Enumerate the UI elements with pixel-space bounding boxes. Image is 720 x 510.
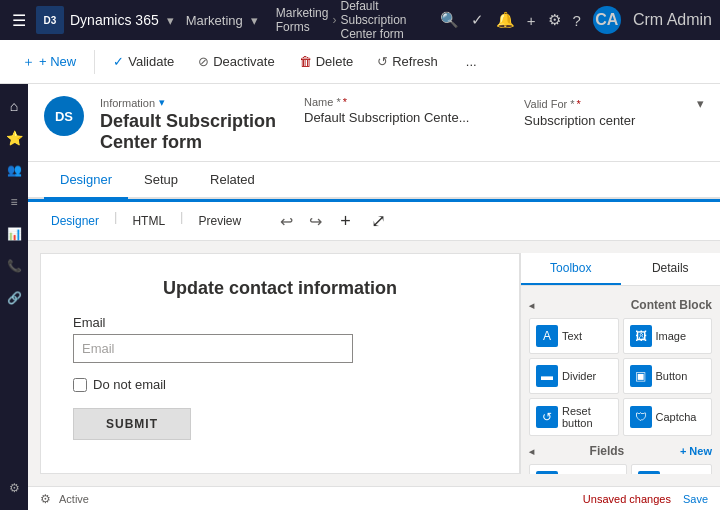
sidebar-icon-phone[interactable]: 📞 — [0, 252, 28, 280]
validfor-dropdown-arrow[interactable]: ▾ — [697, 96, 704, 111]
hamburger-icon[interactable]: ☰ — [8, 7, 30, 34]
content-block-toggle[interactable]: ◂ — [529, 300, 534, 311]
toolbox-content: ◂ Content Block A Text 🖼 Image — [521, 286, 720, 474]
record-avatar: DS — [44, 96, 84, 136]
toolbox-item-image[interactable]: 🖼 Image — [623, 318, 713, 354]
new-button[interactable]: ＋ + New — [12, 47, 86, 77]
toolbox-item-text[interactable]: A Text — [529, 318, 619, 354]
help-icon[interactable]: ? — [573, 12, 581, 29]
expand-icon: ⤢ — [371, 211, 386, 231]
sidebar-icon-home[interactable]: ⌂ — [0, 92, 28, 120]
breadcrumb-item-1[interactable]: Marketing Forms — [276, 6, 329, 34]
settings-icon[interactable]: ⚙ — [548, 11, 561, 29]
plus-icon[interactable]: + — [527, 12, 536, 29]
reset-icon: ↺ — [536, 406, 558, 428]
delete-button[interactable]: 🗑 Delete — [289, 48, 364, 75]
text-icon: A — [536, 325, 558, 347]
save-button[interactable]: Save — [683, 493, 708, 505]
fields-toggle[interactable]: ◂ — [529, 446, 534, 457]
fields-grid: ≡ Anniversary ≡ Birthday ≡ City — [529, 464, 712, 474]
top-nav-left: ☰ D3 Dynamics 365 ▾ Marketing ▾ — [8, 6, 260, 34]
submit-button[interactable]: SUBMIT — [73, 408, 191, 440]
sidebar-icon-star[interactable]: ⭐ — [0, 124, 28, 152]
redo-button[interactable]: ↪ — [305, 210, 326, 233]
toolbox-item-reset[interactable]: ↺ Reset button — [529, 398, 619, 436]
editor-tab-preview[interactable]: Preview — [187, 209, 252, 233]
sidebar-icon-chart[interactable]: 📊 — [0, 220, 28, 248]
add-element-button[interactable]: + — [334, 209, 357, 234]
delete-icon: 🗑 — [299, 54, 312, 69]
editor-tab-designer[interactable]: Designer — [40, 209, 110, 233]
main-layout: ⌂ ⭐ 👥 ≡ 📊 📞 🔗 ⚙ DS Information ▾ Default… — [0, 84, 720, 510]
status-right: Unsaved changes Save — [583, 493, 708, 505]
status-bar: ⚙ Active Unsaved changes Save — [28, 486, 720, 510]
top-nav-right: 🔍 ✓ 🔔 + ⚙ ? CA Crm Admin — [440, 6, 712, 34]
donotemail-checkbox[interactable] — [73, 378, 87, 392]
user-name[interactable]: Crm Admin — [633, 11, 712, 29]
validfor-field-value[interactable]: Subscription center — [524, 113, 704, 128]
tab-related[interactable]: Related — [194, 162, 271, 199]
app-title: Dynamics 365 — [70, 12, 159, 28]
search-icon[interactable]: 🔍 — [440, 11, 459, 29]
toolbox-item-anniversary[interactable]: ≡ Anniversary — [529, 464, 627, 474]
sidebar-icon-users[interactable]: 👥 — [0, 156, 28, 184]
bell-icon[interactable]: 🔔 — [496, 11, 515, 29]
fields-new-link[interactable]: + New — [680, 445, 712, 457]
email-label: Email — [73, 315, 487, 330]
toolbox-item-birthday[interactable]: ≡ Birthday — [631, 464, 712, 474]
validate-icon: ✓ — [113, 54, 124, 69]
sidebar-icon-list[interactable]: ≡ — [0, 188, 28, 216]
left-sidebar: ⌂ ⭐ 👥 ≡ 📊 📞 🔗 ⚙ — [0, 84, 28, 510]
user-avatar[interactable]: CA — [593, 6, 621, 34]
content-block-label: Content Block — [631, 298, 712, 312]
title-chevron: ▾ — [167, 13, 174, 28]
toolbox-tab-details[interactable]: Details — [621, 253, 721, 285]
tabs-bar: Designer Setup Related — [28, 162, 720, 199]
record-title: Default Subscription Center form — [100, 111, 288, 153]
name-field-value[interactable]: Default Subscription Cente... — [304, 110, 484, 125]
redo-icon: ↪ — [309, 213, 322, 230]
module-chevron: ▾ — [251, 13, 258, 28]
more-button[interactable]: ... — [456, 48, 487, 75]
main-content: DS Information ▾ Default Subscription Ce… — [28, 84, 720, 510]
toolbox-tab-toolbox[interactable]: Toolbox — [521, 253, 621, 285]
anniversary-icon: ≡ — [536, 471, 558, 474]
app-module: Marketing — [186, 13, 243, 28]
tab-designer[interactable]: Designer — [44, 162, 128, 199]
sidebar-icon-settings[interactable]: ⚙ — [0, 474, 28, 502]
breadcrumb-item-2[interactable]: Default Subscription Center form — [340, 0, 431, 41]
toolbox-item-captcha[interactable]: 🛡 Captcha — [623, 398, 713, 436]
toolbox-item-divider[interactable]: ▬ Divider — [529, 358, 619, 394]
donotemail-label: Do not email — [93, 377, 166, 392]
sidebar-icon-link[interactable]: 🔗 — [0, 284, 28, 312]
content-block-grid: A Text 🖼 Image ▬ Divider — [529, 318, 712, 436]
checklist-icon[interactable]: ✓ — [471, 11, 484, 29]
editor-tab-html[interactable]: HTML — [121, 209, 176, 233]
field-group-validfor: Valid For * ▾ Subscription center — [524, 96, 704, 128]
type-chevron[interactable]: ▾ — [159, 96, 165, 109]
undo-button[interactable]: ↩ — [276, 210, 297, 233]
unsaved-label: Unsaved changes — [583, 493, 671, 505]
status-label: Active — [59, 493, 89, 505]
undo-icon: ↩ — [280, 213, 293, 230]
captcha-icon: 🛡 — [630, 406, 652, 428]
divider-icon: ▬ — [536, 365, 558, 387]
status-left: ⚙ Active — [40, 492, 89, 506]
command-bar: ＋ + New ✓ Validate ⊘ Deactivate 🗑 Delete… — [0, 40, 720, 84]
expand-button[interactable]: ⤢ — [365, 208, 392, 234]
content-block-section-header: ◂ Content Block — [529, 298, 712, 312]
toolbox-tabs: Toolbox Details — [521, 253, 720, 286]
editor-tab-sep-2: | — [180, 209, 183, 233]
editor-toolbar: Designer | HTML | Preview ↩ — [28, 202, 720, 241]
email-input[interactable] — [73, 334, 353, 363]
tab-setup[interactable]: Setup — [128, 162, 194, 199]
form-title: Update contact information — [73, 278, 487, 299]
deactivate-button[interactable]: ⊘ Deactivate — [188, 48, 284, 75]
validate-button[interactable]: ✓ Validate — [103, 48, 184, 75]
deactivate-icon: ⊘ — [198, 54, 209, 69]
record-type: Information ▾ — [100, 96, 288, 109]
refresh-button[interactable]: ↺ Refresh — [367, 48, 448, 75]
toolbox-item-button[interactable]: ▣ Button — [623, 358, 713, 394]
add-icon: + — [340, 211, 351, 231]
editor-toolbar-tabs: Designer | HTML | Preview — [40, 209, 252, 233]
